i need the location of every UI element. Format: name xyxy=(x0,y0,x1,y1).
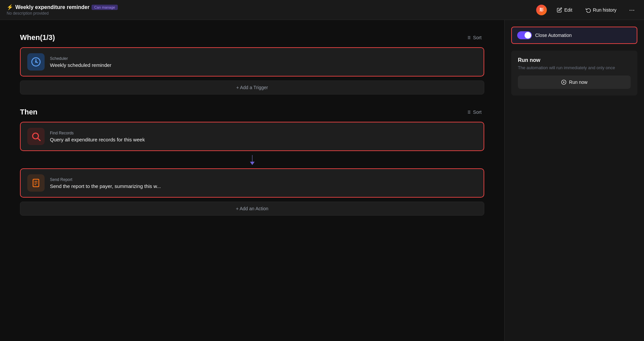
edit-button[interactable]: Edit xyxy=(553,5,575,15)
find-records-icon-container xyxy=(27,128,45,145)
run-now-button[interactable]: Run now xyxy=(518,76,631,89)
header-left: ⚡ Weekly expenditure reminder Can manage… xyxy=(7,4,118,16)
svg-point-7 xyxy=(35,61,37,63)
scheduler-card[interactable]: Scheduler Weekly scheduled reminder xyxy=(20,47,484,77)
add-trigger-button[interactable]: + Add a Trigger xyxy=(20,81,484,94)
header-right: 彭 Edit Run history ··· xyxy=(536,5,637,15)
edit-label: Edit xyxy=(564,7,572,13)
main-layout: When(1/3) Sort xyxy=(0,20,644,341)
more-options-button[interactable]: ··· xyxy=(626,5,637,15)
edit-icon xyxy=(557,7,562,13)
run-now-button-label: Run now xyxy=(569,80,587,85)
then-title: Then xyxy=(20,108,38,116)
run-now-description: The automation will run immediately and … xyxy=(518,65,631,70)
content-area: When(1/3) Sort xyxy=(0,20,504,341)
scheduler-icon-container xyxy=(27,53,45,71)
sort-icon xyxy=(466,35,471,40)
svg-marker-21 xyxy=(563,81,565,83)
then-section-header: Then Sort xyxy=(20,108,484,116)
scheduler-label: Scheduler xyxy=(50,56,477,61)
find-records-content: Find Records Query all expenditure recor… xyxy=(50,131,477,142)
right-panel: Close Automation Run now The automation … xyxy=(504,20,644,341)
run-now-panel: Run now The automation will run immediat… xyxy=(511,51,637,95)
run-history-button[interactable]: Run history xyxy=(582,5,620,15)
header: ⚡ Weekly expenditure reminder Can manage… xyxy=(0,0,644,20)
close-automation-label: Close Automation xyxy=(535,33,572,38)
add-trigger-label: + Add a Trigger xyxy=(236,85,268,90)
run-history-label: Run history xyxy=(593,7,617,13)
then-sort-icon xyxy=(466,110,471,114)
page-title: ⚡ Weekly expenditure reminder Can manage xyxy=(7,4,118,10)
add-action-label: + Add an Action xyxy=(236,206,269,211)
send-report-card[interactable]: Send Report Send the report to the payer… xyxy=(20,168,484,198)
avatar[interactable]: 彭 xyxy=(536,5,547,15)
clock-icon xyxy=(31,57,41,67)
find-records-label: Find Records xyxy=(50,131,477,135)
find-records-card[interactable]: Find Records Query all expenditure recor… xyxy=(20,122,484,151)
find-records-title: Query all expenditure records for this w… xyxy=(50,137,477,142)
run-now-title: Run now xyxy=(518,57,631,63)
then-sort-button[interactable]: Sort xyxy=(464,108,484,116)
connector-arrow xyxy=(250,162,255,165)
then-section: Then Sort xyxy=(20,108,484,216)
more-icon: ··· xyxy=(629,6,635,13)
close-automation-toggle[interactable] xyxy=(517,31,532,39)
search-icon xyxy=(31,131,41,141)
send-report-icon-container xyxy=(27,174,45,192)
when-section-header: When(1/3) Sort xyxy=(20,33,484,42)
header-subtitle: No description provided xyxy=(7,11,118,16)
send-report-content: Send Report Send the report to the payer… xyxy=(50,177,477,189)
run-now-icon xyxy=(561,80,566,85)
action-connector xyxy=(20,155,484,167)
send-report-label: Send Report xyxy=(50,177,477,182)
add-action-button[interactable]: + Add an Action xyxy=(20,202,484,216)
lightning-icon: ⚡ xyxy=(7,4,13,10)
when-title: When(1/3) xyxy=(20,33,55,42)
permission-badge: Can manage xyxy=(92,5,118,10)
scheduler-title: Weekly scheduled reminder xyxy=(50,62,477,68)
history-icon xyxy=(586,7,591,13)
when-section: When(1/3) Sort xyxy=(20,33,484,94)
title-text: Weekly expenditure reminder xyxy=(15,4,90,10)
close-automation-row: Close Automation xyxy=(511,27,637,44)
toggle-knob xyxy=(525,32,531,39)
connector-line xyxy=(252,155,253,162)
when-sort-label: Sort xyxy=(473,35,482,40)
report-icon xyxy=(31,178,41,188)
send-report-title: Send the report to the payer, summarizin… xyxy=(50,183,477,189)
then-sort-label: Sort xyxy=(473,109,482,115)
svg-line-15 xyxy=(38,138,40,141)
header-title-row: ⚡ Weekly expenditure reminder Can manage xyxy=(7,4,118,10)
when-sort-button[interactable]: Sort xyxy=(464,34,484,42)
scheduler-card-content: Scheduler Weekly scheduled reminder xyxy=(50,56,477,68)
